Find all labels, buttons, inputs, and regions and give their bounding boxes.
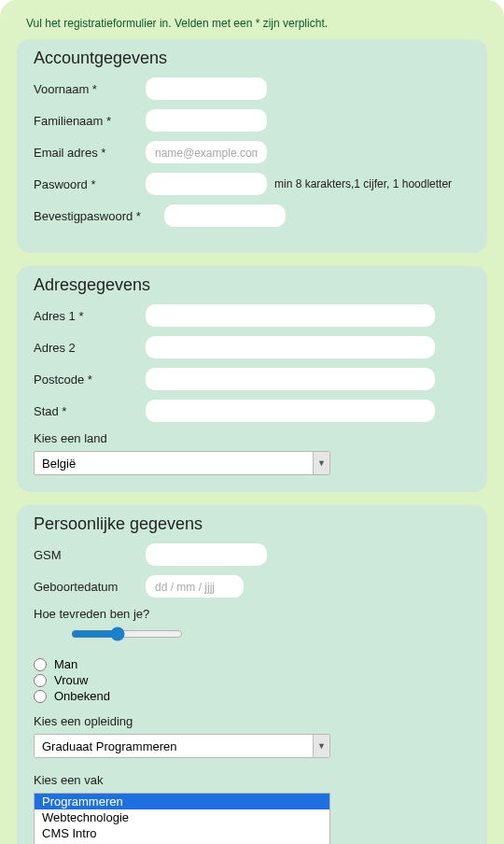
row-postcode: Postcode *	[34, 368, 470, 390]
adres2-input[interactable]	[146, 336, 435, 359]
list-item[interactable]: Programmeren	[35, 794, 329, 809]
tevreden-range-wrap	[71, 626, 183, 644]
label-adres2: Adres 2	[34, 341, 146, 355]
label-bevestig-paswoord: Bevestigpaswoord *	[34, 209, 164, 223]
voornaam-input[interactable]	[146, 77, 267, 100]
label-voornaam: Voornaam *	[34, 82, 146, 96]
row-geboortedatum: Geboortedatum	[34, 575, 470, 598]
tevreden-range[interactable]	[71, 626, 183, 641]
row-adres2: Adres 2	[34, 336, 470, 359]
row-bevestig-paswoord: Bevestigpaswoord *	[34, 204, 470, 227]
radio-man-label: Man	[54, 657, 77, 671]
row-email: Email adres *	[34, 141, 470, 163]
familienaam-input[interactable]	[146, 109, 267, 132]
label-postcode: Postcode *	[34, 373, 146, 387]
label-geboortedatum: Geboortedatum	[34, 580, 146, 594]
row-voornaam: Voornaam *	[34, 77, 470, 100]
postcode-input[interactable]	[146, 368, 435, 390]
bevestig-paswoord-input[interactable]	[164, 204, 286, 227]
label-tevreden: Hoe tevreden ben je?	[34, 607, 470, 621]
adres1-input[interactable]	[146, 304, 435, 327]
label-stad: Stad *	[34, 404, 146, 418]
paswoord-input[interactable]	[146, 173, 267, 195]
radio-vrouw[interactable]	[34, 674, 47, 687]
fieldset-address-title: Adresgegevens	[34, 275, 470, 295]
fieldset-personal-title: Persoonlijke gegevens	[34, 514, 470, 534]
label-paswoord: Paswoord *	[34, 177, 146, 191]
gsm-input[interactable]	[146, 543, 267, 566]
radio-onbekend[interactable]	[34, 690, 47, 703]
row-paswoord: Paswoord * min 8 karakters,1 cijfer, 1 h…	[34, 173, 470, 195]
opleiding-select[interactable]: Graduaat Programmeren	[34, 734, 330, 758]
land-select[interactable]: België	[34, 451, 330, 475]
row-stad: Stad *	[34, 400, 470, 422]
label-vak: Kies een vak	[34, 773, 470, 787]
label-opleiding: Kies een opleiding	[34, 714, 470, 728]
fieldset-account: Accountgegevens Voornaam * Familienaam *…	[17, 39, 487, 253]
registration-page: Vul het registratieformulier in. Velden …	[0, 0, 504, 844]
row-adres1: Adres 1 *	[34, 304, 470, 327]
paswoord-hint: min 8 karakters,1 cijfer, 1 hoodletter	[274, 177, 452, 190]
label-familienaam: Familienaam *	[34, 114, 146, 128]
intro-text: Vul het registratieformulier in. Velden …	[26, 17, 487, 30]
email-input[interactable]	[146, 141, 267, 163]
radio-vrouw-label: Vrouw	[54, 673, 88, 687]
stad-input[interactable]	[146, 400, 435, 422]
radio-man[interactable]	[34, 658, 47, 671]
fieldset-personal: Persoonlijke gegevens GSM Geboortedatum …	[17, 505, 487, 844]
geboortedatum-input[interactable]	[146, 575, 244, 598]
label-land: Kies een land	[34, 431, 470, 445]
list-item[interactable]: Webtechnologie	[35, 809, 329, 825]
list-item[interactable]: CMS Intro	[35, 825, 329, 841]
land-select-wrap: België ▼	[34, 451, 330, 475]
row-gsm: GSM	[34, 543, 470, 566]
opleiding-select-wrap: Graduaat Programmeren ▼	[34, 734, 330, 758]
label-gsm: GSM	[34, 548, 146, 562]
radio-row-vrouw: Vrouw	[34, 673, 470, 687]
radio-row-man: Man	[34, 657, 470, 671]
radio-onbekend-label: Onbekend	[54, 689, 110, 703]
radio-row-onbekend: Onbekend	[34, 689, 470, 703]
row-familienaam: Familienaam *	[34, 109, 470, 132]
fieldset-account-title: Accountgegevens	[34, 49, 470, 68]
label-email: Email adres *	[34, 146, 146, 160]
label-adres1: Adres 1 *	[34, 309, 146, 323]
fieldset-address: Adresgegevens Adres 1 * Adres 2 Postcode…	[17, 266, 487, 492]
vak-listbox[interactable]: Programmeren Webtechnologie CMS Intro CM…	[34, 793, 330, 844]
